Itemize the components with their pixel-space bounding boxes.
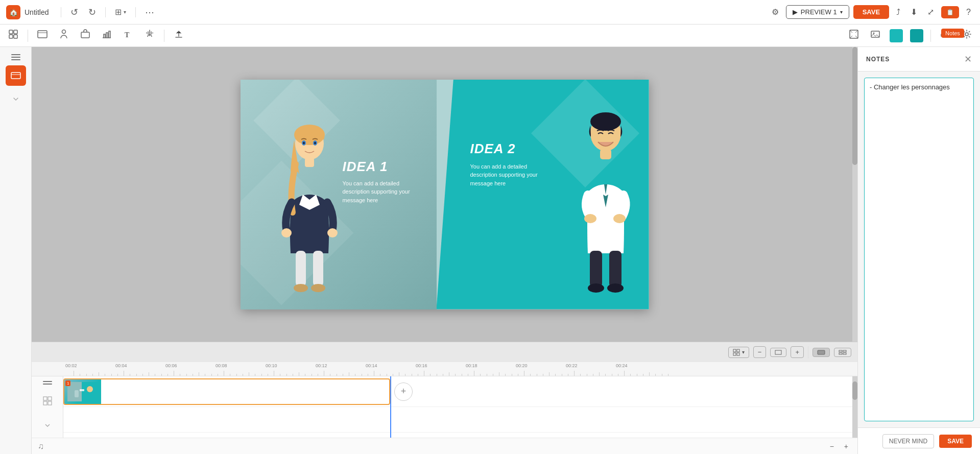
timeline-playhead[interactable] xyxy=(390,376,391,438)
notes-content xyxy=(858,71,980,427)
help-button[interactable]: ? xyxy=(963,6,974,19)
slide-settings-icon[interactable] xyxy=(960,27,974,44)
slide-canvas[interactable]: IDEA 1 You can add a detailed descriptio… xyxy=(32,47,857,342)
ruler-submark xyxy=(468,374,468,376)
idea2-text: You can add a detailed description suppo… xyxy=(470,162,544,188)
character-male[interactable] xyxy=(578,110,634,294)
svg-point-26 xyxy=(294,284,308,292)
ruler-line-00:08 xyxy=(224,371,224,376)
never-mind-button[interactable]: NEVER MIND xyxy=(882,434,934,448)
undo-button[interactable]: ↺ xyxy=(67,5,81,20)
image-icon[interactable] xyxy=(868,27,882,44)
slide-icon[interactable] xyxy=(35,27,50,44)
ruler-submark xyxy=(537,374,537,376)
grid-view-button[interactable]: ▾ xyxy=(728,347,749,358)
slide-track-item[interactable]: 1 xyxy=(63,378,390,405)
ruler-submark xyxy=(249,372,249,376)
ruler-submark xyxy=(337,374,337,376)
preview-chevron: ▾ xyxy=(840,9,843,15)
header: 🏠 Untitled ↺ ↻ ⊞ ▾ ⋯ ⚙ ▶ PREVIEW 1 ▾ SAV… xyxy=(0,0,980,25)
svg-rect-7 xyxy=(81,32,89,38)
svg-rect-55 xyxy=(80,389,84,391)
character-female[interactable] xyxy=(281,121,338,294)
layers-chevron: ▾ xyxy=(124,9,126,15)
timeline-scrollbar[interactable] xyxy=(852,376,857,438)
ruler-mark-00:04: 00:04 xyxy=(115,363,127,368)
more-options-button[interactable]: ⋯ xyxy=(142,6,157,19)
ruler-submark xyxy=(312,374,312,376)
ruler-submark xyxy=(387,374,387,376)
ruler-submark xyxy=(443,374,443,376)
view-mode-1-button[interactable] xyxy=(812,348,830,357)
character-icon[interactable] xyxy=(57,27,71,44)
ruler-line-00:12 xyxy=(324,371,324,376)
share-button[interactable]: ⤴ xyxy=(893,6,903,19)
zoom-out-button[interactable]: − xyxy=(753,346,767,358)
settings-icon: ⚙ xyxy=(772,7,779,17)
ruler-submark xyxy=(193,374,193,376)
view-mode-2-button[interactable] xyxy=(834,348,851,357)
canvas-scrollbar[interactable] xyxy=(852,47,857,342)
sidebar-slides-icon[interactable] xyxy=(6,65,26,86)
add-slide-button[interactable]: + xyxy=(394,383,413,401)
audio-icon[interactable] xyxy=(142,27,157,44)
save-notes-button[interactable]: SAVE xyxy=(939,435,972,448)
props-icon[interactable] xyxy=(78,27,92,44)
ruler-line-00:18 xyxy=(474,371,474,376)
ruler-submark xyxy=(562,374,562,376)
layers-button[interactable]: ⊞ ▾ xyxy=(112,5,129,19)
preview-button[interactable]: ▶ PREVIEW 1 ▾ xyxy=(786,5,849,19)
toolbar-sep-2 xyxy=(164,30,164,42)
ruler-mark-00:22: 00:22 xyxy=(566,363,578,368)
help-icon: ? xyxy=(966,8,971,17)
hamburger-button[interactable] xyxy=(9,52,22,62)
svg-point-19 xyxy=(303,141,305,144)
ruler-submark xyxy=(418,374,418,376)
app-logo[interactable]: 🏠 xyxy=(6,5,20,19)
group-icon[interactable] xyxy=(6,27,20,44)
notes-close-button[interactable]: ✕ xyxy=(964,54,972,65)
ruler-submark xyxy=(230,374,230,376)
zoom-in-button[interactable]: + xyxy=(791,346,804,358)
svg-rect-37 xyxy=(733,349,736,352)
sidebar-down-arrow[interactable] xyxy=(6,89,26,109)
ruler-submark xyxy=(255,374,255,376)
enter-fullscreen-icon[interactable] xyxy=(938,27,952,44)
notes-panel: NOTES ✕ NEVER MIND SAVE xyxy=(857,47,980,454)
ruler-submark xyxy=(86,374,87,376)
text-icon[interactable]: T xyxy=(121,27,135,44)
slide[interactable]: IDEA 1 You can add a detailed descriptio… xyxy=(241,80,649,309)
notes-panel-title: NOTES xyxy=(866,56,890,63)
color-1-button[interactable] xyxy=(890,29,903,42)
ruler-submark xyxy=(117,374,118,376)
notes-textarea[interactable] xyxy=(864,78,974,421)
fit-icon[interactable] xyxy=(847,27,861,44)
timeline-zoom-out-button[interactable]: − xyxy=(827,441,837,451)
svg-rect-30 xyxy=(600,149,611,159)
chart-icon[interactable] xyxy=(100,27,114,44)
fit-view-button[interactable] xyxy=(770,348,786,357)
ruler-submark xyxy=(555,374,556,376)
ruler-submark xyxy=(286,374,287,376)
save-button[interactable]: SAVE xyxy=(853,5,889,19)
timeline-zoom-in-button[interactable]: + xyxy=(841,441,851,451)
redo-button[interactable]: ↻ xyxy=(85,5,99,20)
svg-point-22 xyxy=(281,228,292,237)
upload-icon[interactable] xyxy=(172,27,186,44)
ruler-submark xyxy=(455,374,456,376)
timeline-grid-icon[interactable] xyxy=(37,391,58,411)
color-2-button[interactable] xyxy=(910,29,923,42)
notes-button[interactable]: 📋 xyxy=(941,6,959,18)
svg-point-36 xyxy=(584,214,596,223)
ruler-submark xyxy=(305,374,305,376)
timeline-down-icon[interactable] xyxy=(37,415,58,436)
resize-button[interactable]: ⤢ xyxy=(924,5,937,19)
settings-button[interactable]: ⚙ xyxy=(769,5,782,19)
svg-rect-31 xyxy=(590,251,602,288)
canvas-wrapper: IDEA 1 You can add a detailed descriptio… xyxy=(32,47,857,454)
ruler-submark xyxy=(462,374,462,376)
ruler-line-00:04 xyxy=(124,371,124,376)
download-button[interactable]: ⬇ xyxy=(907,5,920,19)
timeline-hamburger[interactable] xyxy=(41,379,54,387)
ruler-submark xyxy=(549,372,549,376)
